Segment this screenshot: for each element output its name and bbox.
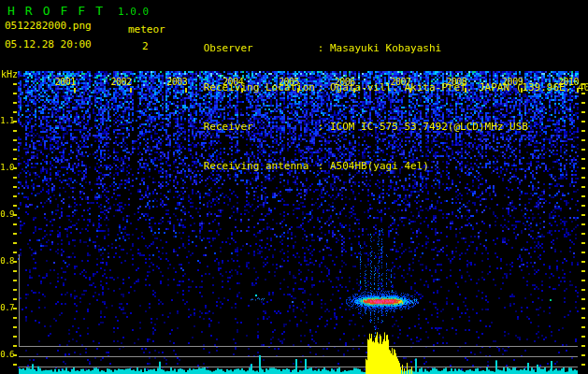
freq-minor-tick	[581, 177, 585, 179]
freq-minor-tick	[13, 308, 17, 309]
freq-minor-tick	[581, 336, 585, 338]
freq-minor-tick	[13, 139, 17, 141]
freq-minor-tick	[13, 336, 17, 338]
freq-minor-tick	[581, 130, 585, 132]
freq-minor-tick	[13, 93, 17, 94]
freq-minor-tick	[581, 111, 585, 113]
freq-minor-tick	[13, 289, 17, 291]
freq-minor-tick	[13, 205, 17, 207]
freq-minor-tick	[581, 317, 585, 319]
app-title: HROFFT	[7, 4, 113, 18]
freq-minor-tick	[581, 270, 585, 272]
freq-minor-tick	[581, 364, 585, 366]
time-minor-tick	[409, 88, 411, 93]
info-value: Masayuki Kobayashi	[318, 42, 441, 54]
freq-minor-tick	[13, 270, 17, 272]
freq-minor-tick	[581, 308, 585, 309]
freq-minor-tick	[581, 261, 585, 263]
time-minor-tick	[353, 88, 355, 93]
freq-minor-tick	[13, 149, 17, 151]
hrofft-screen: HROFFT 1.0.0 0512282000.png meteor 05.12…	[0, 0, 588, 374]
info-label: Observer	[204, 42, 318, 55]
freq-minor-tick	[581, 223, 585, 225]
freq-minor-tick	[581, 354, 585, 356]
freq-minor-tick	[581, 186, 585, 188]
freq-minor-tick	[581, 139, 585, 141]
freq-minor-tick	[13, 242, 17, 244]
station-info: ObserverMasayuki Kobayashi Receiving Loc…	[166, 3, 588, 186]
freq-minor-tick	[581, 149, 585, 151]
freq-minor-tick	[13, 130, 17, 132]
freq-minor-tick	[581, 233, 585, 235]
app-version: 1.0.0	[118, 6, 149, 18]
freq-minor-tick	[13, 186, 17, 188]
info-label: Receiver	[204, 121, 318, 134]
freq-minor-tick	[581, 158, 585, 160]
freq-minor-tick	[13, 195, 17, 197]
time-tick-label: 2009	[500, 77, 523, 87]
time-minor-tick	[465, 88, 466, 93]
freq-minor-tick	[13, 280, 17, 281]
freq-minor-tick	[581, 345, 585, 347]
freq-minor-tick	[581, 167, 585, 169]
freq-minor-tick	[13, 354, 17, 356]
time-tick-label: 2010	[556, 77, 579, 87]
freq-minor-tick	[581, 195, 585, 197]
observation-datetime: 05.12.28 20:00	[5, 38, 92, 50]
time-tick-label: 2002	[109, 77, 132, 87]
info-value: ICOM IC-575 53.7492(@LCD)MHz USB	[318, 121, 528, 133]
freq-minor-tick	[13, 167, 17, 169]
meteor-count: 2	[142, 40, 149, 52]
info-label: Receiving antenna	[204, 160, 318, 173]
time-tick-label: 2006	[333, 77, 355, 87]
time-tick-label: 2004	[221, 77, 243, 87]
freq-minor-tick	[13, 214, 17, 216]
time-tick-label: 2005	[277, 77, 299, 87]
freq-minor-tick	[13, 177, 17, 179]
info-value: A504HB(yagi 4el)	[318, 160, 429, 172]
time-minor-tick	[241, 88, 243, 93]
time-tick-label: 2001	[53, 77, 76, 87]
freq-minor-tick	[13, 111, 17, 113]
time-tick-label: 2007	[389, 77, 411, 87]
freq-minor-tick	[581, 252, 585, 253]
freq-minor-tick	[581, 93, 585, 94]
output-filename: 0512282000.png	[5, 20, 92, 32]
freq-minor-tick	[13, 83, 17, 85]
freq-minor-tick	[13, 223, 17, 225]
freq-minor-tick	[581, 242, 585, 244]
freq-tick-label: 1.1	[0, 116, 14, 125]
freq-minor-tick	[13, 233, 17, 235]
freq-minor-tick	[13, 261, 17, 263]
freq-minor-tick	[581, 121, 585, 122]
time-tick-label: 2008	[444, 77, 466, 87]
freq-minor-tick	[581, 205, 585, 207]
time-minor-tick	[74, 88, 76, 93]
freq-minor-tick	[13, 345, 17, 347]
time-minor-tick	[185, 88, 187, 93]
time-minor-tick	[130, 88, 132, 93]
freq-minor-tick	[581, 102, 585, 104]
freq-minor-tick	[581, 280, 585, 281]
freq-minor-tick	[13, 326, 17, 328]
freq-minor-tick	[13, 121, 17, 122]
info-row-receiver: ReceiverICOM IC-575 53.7492(@LCD)MHz USB	[166, 108, 588, 121]
info-row-observer: ObserverMasayuki Kobayashi	[166, 29, 588, 42]
freq-minor-tick	[581, 214, 585, 216]
freq-tick-label: 1.0	[0, 163, 14, 172]
freq-tick-label: 0.9	[0, 209, 14, 219]
freq-tick-label: 0.7	[0, 303, 14, 312]
freq-minor-tick	[13, 364, 17, 366]
freq-tick-label: 0.8	[0, 256, 14, 266]
freq-minor-tick	[581, 289, 585, 291]
time-minor-tick	[297, 88, 299, 93]
freq-minor-tick	[13, 317, 17, 319]
freq-minor-tick	[581, 298, 585, 300]
freq-minor-tick	[13, 252, 17, 253]
freq-minor-tick	[13, 102, 17, 104]
time-minor-tick	[521, 88, 523, 93]
time-tick-label: 2003	[165, 77, 187, 87]
freq-minor-tick	[581, 326, 585, 328]
freq-minor-tick	[581, 83, 585, 85]
freq-tick-label: 0.6	[0, 350, 14, 359]
